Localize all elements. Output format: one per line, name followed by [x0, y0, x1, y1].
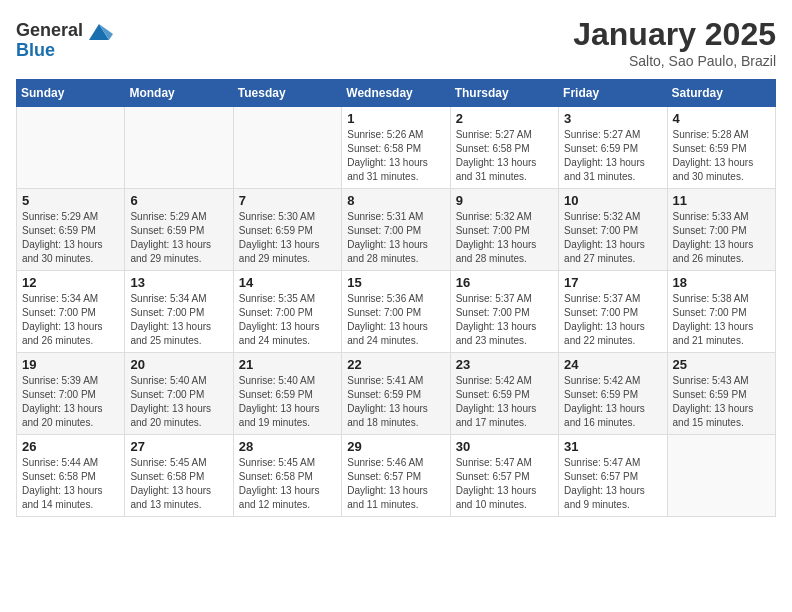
day-info: Sunrise: 5:44 AMSunset: 6:58 PMDaylight:…: [22, 456, 119, 512]
calendar-cell: 28Sunrise: 5:45 AMSunset: 6:58 PMDayligh…: [233, 435, 341, 517]
day-info: Sunrise: 5:39 AMSunset: 7:00 PMDaylight:…: [22, 374, 119, 430]
calendar-cell: [17, 107, 125, 189]
day-info: Sunrise: 5:37 AMSunset: 7:00 PMDaylight:…: [456, 292, 553, 348]
day-info: Sunrise: 5:45 AMSunset: 6:58 PMDaylight:…: [130, 456, 227, 512]
day-info: Sunrise: 5:28 AMSunset: 6:59 PMDaylight:…: [673, 128, 770, 184]
day-info: Sunrise: 5:45 AMSunset: 6:58 PMDaylight:…: [239, 456, 336, 512]
calendar-cell: 26Sunrise: 5:44 AMSunset: 6:58 PMDayligh…: [17, 435, 125, 517]
logo: General Blue: [16, 16, 113, 61]
day-number: 25: [673, 357, 770, 372]
calendar-cell: [125, 107, 233, 189]
weekday-header-sunday: Sunday: [17, 80, 125, 107]
day-info: Sunrise: 5:40 AMSunset: 7:00 PMDaylight:…: [130, 374, 227, 430]
day-number: 22: [347, 357, 444, 372]
calendar-week-row: 19Sunrise: 5:39 AMSunset: 7:00 PMDayligh…: [17, 353, 776, 435]
day-info: Sunrise: 5:35 AMSunset: 7:00 PMDaylight:…: [239, 292, 336, 348]
weekday-header-thursday: Thursday: [450, 80, 558, 107]
day-info: Sunrise: 5:47 AMSunset: 6:57 PMDaylight:…: [564, 456, 661, 512]
day-number: 12: [22, 275, 119, 290]
day-number: 9: [456, 193, 553, 208]
day-number: 13: [130, 275, 227, 290]
day-info: Sunrise: 5:46 AMSunset: 6:57 PMDaylight:…: [347, 456, 444, 512]
day-number: 8: [347, 193, 444, 208]
day-number: 18: [673, 275, 770, 290]
calendar-cell: 8Sunrise: 5:31 AMSunset: 7:00 PMDaylight…: [342, 189, 450, 271]
calendar-cell: 2Sunrise: 5:27 AMSunset: 6:58 PMDaylight…: [450, 107, 558, 189]
calendar-cell: 19Sunrise: 5:39 AMSunset: 7:00 PMDayligh…: [17, 353, 125, 435]
page-container: General Blue January 2025 Salto, Sao Pau…: [0, 0, 792, 527]
header: General Blue January 2025 Salto, Sao Pau…: [16, 16, 776, 69]
day-info: Sunrise: 5:29 AMSunset: 6:59 PMDaylight:…: [22, 210, 119, 266]
calendar-cell: 9Sunrise: 5:32 AMSunset: 7:00 PMDaylight…: [450, 189, 558, 271]
calendar-cell: 14Sunrise: 5:35 AMSunset: 7:00 PMDayligh…: [233, 271, 341, 353]
calendar-cell: 5Sunrise: 5:29 AMSunset: 6:59 PMDaylight…: [17, 189, 125, 271]
weekday-header-friday: Friday: [559, 80, 667, 107]
calendar-cell: 27Sunrise: 5:45 AMSunset: 6:58 PMDayligh…: [125, 435, 233, 517]
calendar-cell: 3Sunrise: 5:27 AMSunset: 6:59 PMDaylight…: [559, 107, 667, 189]
day-info: Sunrise: 5:38 AMSunset: 7:00 PMDaylight:…: [673, 292, 770, 348]
day-number: 17: [564, 275, 661, 290]
calendar-cell: 21Sunrise: 5:40 AMSunset: 6:59 PMDayligh…: [233, 353, 341, 435]
calendar-cell: 17Sunrise: 5:37 AMSunset: 7:00 PMDayligh…: [559, 271, 667, 353]
day-info: Sunrise: 5:27 AMSunset: 6:59 PMDaylight:…: [564, 128, 661, 184]
location: Salto, Sao Paulo, Brazil: [573, 53, 776, 69]
day-info: Sunrise: 5:37 AMSunset: 7:00 PMDaylight:…: [564, 292, 661, 348]
day-number: 2: [456, 111, 553, 126]
calendar-cell: [667, 435, 775, 517]
day-number: 27: [130, 439, 227, 454]
calendar-cell: 18Sunrise: 5:38 AMSunset: 7:00 PMDayligh…: [667, 271, 775, 353]
day-number: 1: [347, 111, 444, 126]
day-info: Sunrise: 5:33 AMSunset: 7:00 PMDaylight:…: [673, 210, 770, 266]
day-number: 7: [239, 193, 336, 208]
day-number: 15: [347, 275, 444, 290]
day-info: Sunrise: 5:34 AMSunset: 7:00 PMDaylight:…: [22, 292, 119, 348]
day-info: Sunrise: 5:26 AMSunset: 6:58 PMDaylight:…: [347, 128, 444, 184]
weekday-header-wednesday: Wednesday: [342, 80, 450, 107]
month-title: January 2025: [573, 16, 776, 53]
day-number: 20: [130, 357, 227, 372]
logo-blue-text: Blue: [16, 40, 55, 61]
calendar-cell: 13Sunrise: 5:34 AMSunset: 7:00 PMDayligh…: [125, 271, 233, 353]
day-number: 16: [456, 275, 553, 290]
calendar-cell: 1Sunrise: 5:26 AMSunset: 6:58 PMDaylight…: [342, 107, 450, 189]
day-info: Sunrise: 5:31 AMSunset: 7:00 PMDaylight:…: [347, 210, 444, 266]
day-number: 31: [564, 439, 661, 454]
weekday-header-monday: Monday: [125, 80, 233, 107]
day-info: Sunrise: 5:32 AMSunset: 7:00 PMDaylight:…: [456, 210, 553, 266]
calendar-cell: 30Sunrise: 5:47 AMSunset: 6:57 PMDayligh…: [450, 435, 558, 517]
calendar-cell: 20Sunrise: 5:40 AMSunset: 7:00 PMDayligh…: [125, 353, 233, 435]
day-number: 3: [564, 111, 661, 126]
calendar-cell: [233, 107, 341, 189]
day-number: 19: [22, 357, 119, 372]
calendar-cell: 15Sunrise: 5:36 AMSunset: 7:00 PMDayligh…: [342, 271, 450, 353]
calendar-cell: 6Sunrise: 5:29 AMSunset: 6:59 PMDaylight…: [125, 189, 233, 271]
day-number: 21: [239, 357, 336, 372]
logo-general-text: General: [16, 20, 83, 41]
title-block: January 2025 Salto, Sao Paulo, Brazil: [573, 16, 776, 69]
calendar-cell: 29Sunrise: 5:46 AMSunset: 6:57 PMDayligh…: [342, 435, 450, 517]
calendar-week-row: 26Sunrise: 5:44 AMSunset: 6:58 PMDayligh…: [17, 435, 776, 517]
calendar-cell: 12Sunrise: 5:34 AMSunset: 7:00 PMDayligh…: [17, 271, 125, 353]
calendar-cell: 31Sunrise: 5:47 AMSunset: 6:57 PMDayligh…: [559, 435, 667, 517]
day-number: 23: [456, 357, 553, 372]
calendar-cell: 25Sunrise: 5:43 AMSunset: 6:59 PMDayligh…: [667, 353, 775, 435]
day-info: Sunrise: 5:29 AMSunset: 6:59 PMDaylight:…: [130, 210, 227, 266]
logo-icon: [85, 16, 113, 44]
day-number: 10: [564, 193, 661, 208]
calendar-cell: 23Sunrise: 5:42 AMSunset: 6:59 PMDayligh…: [450, 353, 558, 435]
day-number: 28: [239, 439, 336, 454]
day-info: Sunrise: 5:27 AMSunset: 6:58 PMDaylight:…: [456, 128, 553, 184]
day-info: Sunrise: 5:41 AMSunset: 6:59 PMDaylight:…: [347, 374, 444, 430]
calendar-cell: 4Sunrise: 5:28 AMSunset: 6:59 PMDaylight…: [667, 107, 775, 189]
day-info: Sunrise: 5:42 AMSunset: 6:59 PMDaylight:…: [564, 374, 661, 430]
calendar-cell: 10Sunrise: 5:32 AMSunset: 7:00 PMDayligh…: [559, 189, 667, 271]
day-number: 30: [456, 439, 553, 454]
calendar-header-row: SundayMondayTuesdayWednesdayThursdayFrid…: [17, 80, 776, 107]
calendar-week-row: 1Sunrise: 5:26 AMSunset: 6:58 PMDaylight…: [17, 107, 776, 189]
day-info: Sunrise: 5:32 AMSunset: 7:00 PMDaylight:…: [564, 210, 661, 266]
day-number: 24: [564, 357, 661, 372]
day-info: Sunrise: 5:40 AMSunset: 6:59 PMDaylight:…: [239, 374, 336, 430]
weekday-header-saturday: Saturday: [667, 80, 775, 107]
day-number: 14: [239, 275, 336, 290]
calendar: SundayMondayTuesdayWednesdayThursdayFrid…: [16, 79, 776, 517]
